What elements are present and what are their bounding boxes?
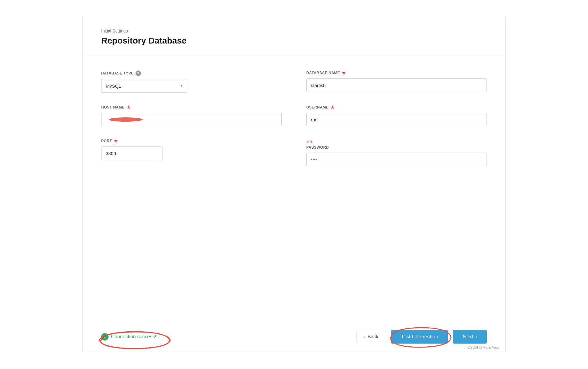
db-type-select-wrapper: MySQL PostgreSQL Oracle SQL Server ▼	[101, 79, 187, 93]
db-name-label: DATABASE NAME ★	[306, 70, 487, 75]
footer-section: ✓ Connection success! ‹ Back Test Connec…	[83, 324, 505, 353]
next-button[interactable]: Next ›	[453, 330, 487, 344]
chevron-left-icon: ‹	[364, 334, 366, 340]
help-icon[interactable]: ?	[136, 70, 141, 76]
db-type-label: DATABASE TYPE ?	[101, 70, 282, 76]
port-input[interactable]	[101, 146, 162, 160]
password-input[interactable]	[306, 153, 487, 166]
host-name-group: HOST NAME ★	[101, 105, 282, 126]
back-button[interactable]: ‹ Back	[357, 331, 386, 343]
password-label: PASSWORD	[306, 145, 487, 150]
test-connection-button[interactable]: Test Connection	[391, 330, 448, 344]
form-row-3: PORT ★ 文本 PASSWORD	[101, 139, 487, 166]
port-label: PORT ★	[101, 139, 282, 143]
success-scribble	[97, 329, 173, 351]
chevron-right-icon: ›	[475, 334, 477, 340]
port-required: ★	[114, 139, 118, 143]
form-row-1: DATABASE TYPE ? MySQL PostgreSQL Oracle …	[101, 70, 487, 93]
button-group: ‹ Back Test Connection Next ›	[357, 330, 487, 344]
username-group: USERNAME ★	[306, 105, 487, 126]
host-name-input[interactable]	[101, 113, 282, 126]
db-type-select[interactable]: MySQL PostgreSQL Oracle SQL Server	[101, 79, 187, 93]
page-title: Repository Database	[101, 36, 487, 46]
success-check-icon: ✓	[101, 333, 109, 340]
header-section: Initial Settings Repository Database	[83, 16, 505, 55]
password-group: 文本 PASSWORD	[306, 139, 487, 166]
breadcrumb: Initial Settings	[101, 29, 487, 33]
username-label: USERNAME ★	[306, 105, 487, 110]
form-row-2: HOST NAME ★ USERNAME ★	[101, 105, 487, 126]
db-type-group: DATABASE TYPE ? MySQL PostgreSQL Oracle …	[101, 70, 282, 93]
username-hint: 文本	[306, 140, 313, 143]
main-container: Initial Settings Repository Database DAT…	[82, 16, 506, 353]
host-input-wrapper	[101, 113, 282, 126]
db-name-group: DATABASE NAME ★	[306, 70, 487, 93]
port-group: PORT ★	[101, 139, 282, 166]
host-name-label: HOST NAME ★	[101, 105, 282, 110]
username-required: ★	[330, 105, 335, 110]
watermark: CSDN @Mars'Ares	[468, 345, 499, 350]
db-name-input[interactable]	[306, 78, 487, 92]
db-name-required: ★	[342, 70, 346, 75]
success-text: Connection success!	[111, 334, 156, 340]
form-section: DATABASE TYPE ? MySQL PostgreSQL Oracle …	[83, 55, 505, 324]
connection-success: ✓ Connection success!	[101, 333, 156, 340]
username-input[interactable]	[306, 113, 487, 126]
host-name-required: ★	[127, 105, 131, 110]
